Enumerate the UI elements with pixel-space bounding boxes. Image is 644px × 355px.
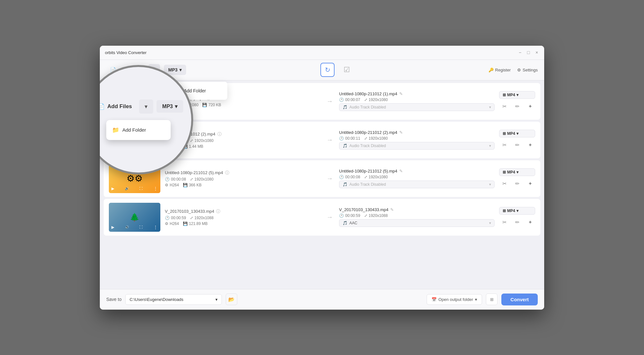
- scissors-btn-2[interactable]: ✂: [499, 140, 509, 150]
- resolution-4: ⤢ 1920x1088: [190, 216, 213, 220]
- resize-icon-4: ⤢: [190, 216, 193, 220]
- edit-icon-4[interactable]: ✎: [390, 207, 394, 212]
- output-resolution-2: ⤢ 1920x1080: [364, 136, 388, 141]
- wand-btn-4[interactable]: ✦: [525, 217, 535, 228]
- edit-btn-4[interactable]: ✏: [512, 217, 522, 228]
- audio-dropdown-3[interactable]: 🎵 Audio Track Disabled ▾: [339, 181, 495, 188]
- refresh-button[interactable]: ↻: [320, 63, 335, 77]
- more-icon-3[interactable]: ⋮: [153, 186, 158, 191]
- maximize-button[interactable]: □: [526, 50, 531, 55]
- input-filename-3: Untitled-1080p-211012 (5).mp4: [165, 170, 223, 175]
- browse-folder-button[interactable]: 📂: [226, 294, 237, 305]
- open-output-folder-button[interactable]: 📅 Open output folder ▾: [427, 294, 482, 305]
- format-label-3: MP4: [507, 170, 515, 174]
- filesize-3: 💾 366 KB: [183, 183, 202, 187]
- output-folder-label: Open output folder: [439, 297, 473, 302]
- fullscreen-icon-4[interactable]: ⛶: [139, 225, 143, 229]
- grid-icon-format-3: ⊞: [503, 170, 506, 174]
- disk-icon-4: 💾: [183, 221, 188, 226]
- info-icon-3[interactable]: ⓘ: [225, 170, 229, 176]
- duration-4: 🕐 00:00:59: [165, 216, 186, 220]
- check-button[interactable]: ☑: [340, 63, 354, 77]
- file-item: ⚙⚙ ▶ 🔊 ⛶ ⋮ Untitled-1080p-211012 (5).mp4…: [104, 160, 540, 197]
- scissors-btn-1[interactable]: ✂: [499, 101, 509, 112]
- codec-icon-3: ⚙: [165, 183, 168, 187]
- more-icon-4[interactable]: ⋮: [153, 225, 158, 230]
- clock-icon-3: 🕐: [165, 177, 170, 182]
- output-info-4: V_20170103_130433.mp4 ✎ 🕐 00:00:59 ⤢ 192…: [339, 207, 495, 227]
- scissors-btn-3[interactable]: ✂: [499, 179, 509, 189]
- format-badge-3[interactable]: ⊞ MP4 ▾: [499, 168, 535, 176]
- wand-btn-3[interactable]: ✦: [525, 179, 535, 189]
- audio-note-icon-1: 🎵: [343, 105, 347, 109]
- wand-btn-2[interactable]: ✦: [525, 140, 535, 150]
- disk-icon-3: 💾: [183, 183, 188, 187]
- refresh-icon: ↻: [325, 66, 330, 74]
- filesize-4: 💾 121.89 MB: [183, 221, 208, 226]
- play-icon-3[interactable]: ▶: [111, 186, 114, 191]
- info-icon-4[interactable]: ⓘ: [216, 209, 220, 214]
- volume-icon-4[interactable]: 🔊: [125, 225, 129, 229]
- grid-icon: ⊞: [490, 297, 494, 302]
- key-icon: 🔑: [488, 68, 494, 72]
- play-icon-4[interactable]: ▶: [111, 225, 114, 229]
- add-folder-label: Add Folder: [184, 88, 206, 93]
- add-files-label-magnified: Add Files: [107, 103, 132, 110]
- edit-icon-1[interactable]: ✎: [399, 91, 403, 96]
- save-path-input[interactable]: C:\Users\Eugene\Downloads ▾: [125, 294, 222, 305]
- edit-btn-3[interactable]: ✏: [512, 179, 522, 189]
- edit-btn-1[interactable]: ✏: [512, 101, 522, 112]
- edit-btn-2[interactable]: ✏: [512, 140, 522, 150]
- resolution-3: ⤢ 1920x1080: [190, 177, 213, 182]
- audio-dropdown-2[interactable]: 🎵 Audio Track Disabled ▾: [339, 142, 495, 150]
- edit-icon-3[interactable]: ✎: [399, 169, 403, 173]
- settings-button[interactable]: ⚙ Settings: [517, 68, 538, 72]
- thumbnail-4: 🌲 ▶ 🔊 ⛶ ⋮: [109, 203, 160, 232]
- gear-icon: ⚙: [517, 68, 521, 72]
- format-badge-4[interactable]: ⊞ MP4 ▾: [499, 207, 535, 215]
- grid-icon-format-1: ⊞: [503, 93, 506, 97]
- fullscreen-icon-3[interactable]: ⛶: [139, 187, 143, 190]
- calendar-icon: 📅: [431, 297, 437, 302]
- wand-btn-1[interactable]: ✦: [525, 101, 535, 112]
- register-label: Register: [495, 68, 511, 72]
- audio-chevron-2: ▾: [489, 144, 491, 148]
- add-file-icon-magnified: 📄: [100, 103, 105, 110]
- add-folder-icon-magnified: 📁: [112, 126, 119, 134]
- output-info-2: Untitled-1080p-211012 (2).mp4 ✎ 🕐 00:00:…: [339, 130, 495, 150]
- scissors-btn-4[interactable]: ✂: [499, 217, 509, 228]
- format-badge-2[interactable]: ⊞ MP4 ▾: [499, 130, 535, 137]
- output-resize-icon-2: ⤢: [364, 136, 367, 141]
- codec-4: ⚙ H264: [165, 221, 179, 226]
- audio-chevron-1: ▾: [489, 105, 491, 109]
- audio-dropdown-1[interactable]: 🎵 Audio Track Disabled ▾: [339, 103, 495, 111]
- format-badge-1[interactable]: ⊞ MP4 ▾: [499, 91, 535, 99]
- add-folder-item-magnified[interactable]: 📁 Add Folder: [106, 123, 171, 137]
- audio-note-icon-3: 🎵: [343, 182, 347, 187]
- output-chevron-icon: ▾: [475, 297, 477, 302]
- audio-dropdown-4[interactable]: 🎵 AAC ▾: [339, 219, 495, 227]
- action-buttons-2: ⊞ MP4 ▾ ✂ ✏ ✦: [499, 130, 535, 150]
- clock-icon-4: 🕐: [165, 216, 170, 220]
- convert-button[interactable]: Convert: [501, 294, 538, 305]
- action-row-1: ✂ ✏ ✦: [499, 101, 535, 112]
- info-icon-2[interactable]: ⓘ: [217, 131, 222, 137]
- output-filename-2: Untitled-1080p-211012 (2).mp4: [339, 130, 397, 135]
- dropdown-arrow-button-magnified[interactable]: ▾: [139, 99, 153, 114]
- duration-3: 🕐 00:00:08: [165, 177, 186, 182]
- close-button[interactable]: ×: [535, 50, 539, 55]
- file-item: 🌲 ▶ 🔊 ⛶ ⋮ V_20170103_130433.mp4 ⓘ 🕐: [104, 199, 540, 236]
- output-duration-4: 🕐 00:00:59: [339, 213, 360, 218]
- volume-icon-3[interactable]: 🔊: [125, 187, 129, 190]
- minimize-button[interactable]: −: [518, 50, 522, 55]
- mp3-button-magnified[interactable]: MP3 ▾: [156, 100, 183, 113]
- grid-view-button[interactable]: ⊞: [486, 294, 497, 305]
- output-clock-icon-2: 🕐: [339, 136, 344, 141]
- format-chevron-1: ▾: [516, 93, 518, 97]
- arrow-1: →: [325, 98, 335, 105]
- add-files-button-magnified[interactable]: 📄 Add Files: [100, 100, 136, 113]
- register-button[interactable]: 🔑 Register: [488, 68, 511, 72]
- edit-icon-2[interactable]: ✎: [399, 130, 403, 135]
- mp3-chevron-icon: ▾: [179, 67, 182, 72]
- grid-icon-format-2: ⊞: [503, 131, 506, 136]
